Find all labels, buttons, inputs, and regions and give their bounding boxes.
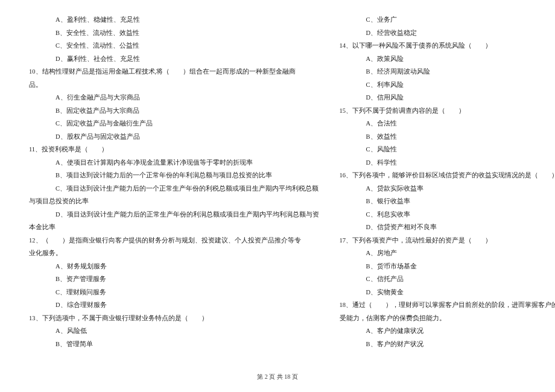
q10-stem-line1: 10、结构性理财产品是指运用金融工程技术,将（ ）组合在一起而形成的一种新型金融… (29, 65, 319, 78)
q14-option-a: A、政策风险 (340, 52, 555, 66)
right-column: C、业务广 D、经营收益稳定 14、以下哪一种风险不属于债券的系统风险（ ） A… (340, 13, 555, 363)
q13-stem: 13、下列选项中，不属于商业银行理财业务特点的是（ ） (29, 312, 319, 325)
q16-stem: 16、下列各项中，能够评价目标区域信贷资产的收益实现情况的是（ ） (340, 169, 555, 182)
q16-option-d: D、信贷资产相对不良率 (340, 221, 555, 234)
page-footer: 第 2 页 共 18 页 (0, 373, 555, 381)
q11-option-c-line2: 与项目总投资的比率 (29, 195, 319, 208)
q16-option-a: A、贷款实际收益率 (340, 182, 555, 195)
q10-stem-line2: 品。 (29, 78, 319, 92)
q18-stem-line2: 受能力，估测客户的保费负担能力。 (340, 312, 555, 325)
q12-stem-line2: 业化服务。 (29, 247, 319, 260)
q10-option-d: D、股权产品与固定收益产品 (29, 130, 319, 144)
q10-option-b: B、固定收益产品与大宗商品 (29, 104, 319, 118)
q17-option-c: C、信托产品 (340, 273, 555, 286)
q9-option-c: C、安全性、流动性、公益性 (29, 39, 319, 52)
left-column: A、盈利性、稳健性、充足性 B、安全性、流动性、效益性 C、安全性、流动性、公益… (29, 13, 319, 363)
q11-option-b: B、项目达到设计能力后的一个正常年份的年利润总额与项目总投资的比率 (29, 169, 319, 182)
q11-option-a: A、使项目在计算期内各年净现金流量累计净现值等于零时的折现率 (29, 156, 319, 169)
q13-option-c: C、业务广 (340, 13, 555, 27)
q10-option-c: C、固定收益产品与金融衍生产品 (29, 117, 319, 130)
page-content: A、盈利性、稳健性、充足性 B、安全性、流动性、效益性 C、安全性、流动性、公益… (29, 13, 526, 363)
q13-option-a: A、风险低 (29, 324, 319, 338)
q11-option-c-line1: C、项目达到设计生产能力后的一个正常生产年份的利税总额或项目生产期内平均利税总额 (29, 182, 319, 195)
q15-stem: 15、下列不属于贷前调查内容的是（ ） (340, 104, 555, 118)
q9-option-d: D、赢利性、社会性、充足性 (29, 52, 319, 66)
q16-option-c: C、利息实收率 (340, 208, 555, 221)
q15-option-b: B、效益性 (340, 130, 555, 144)
q17-option-d: D、实物黄金 (340, 286, 555, 299)
q10-option-a: A、衍生金融产品与大宗商品 (29, 91, 319, 104)
q16-option-b: B、银行收益率 (340, 195, 555, 208)
q15-option-c: C、风险性 (340, 143, 555, 156)
q11-stem: 11、投资利税率是（ ） (29, 143, 319, 156)
q18-option-b: B、客户的财产状况 (340, 338, 555, 351)
q18-option-a: A、客户的健康状况 (340, 324, 555, 338)
q13-option-d: D、经营收益稳定 (340, 27, 555, 40)
q14-option-b: B、经济周期波动风险 (340, 65, 555, 78)
q14-option-c: C、利率风险 (340, 78, 555, 92)
q13-option-b: B、管理简单 (29, 338, 319, 351)
q11-option-d-line2: 本金比率 (29, 221, 319, 234)
q17-option-a: A、房地产 (340, 247, 555, 260)
q15-option-a: A、合法性 (340, 117, 555, 130)
q9-option-b: B、安全性、流动性、效益性 (29, 27, 319, 40)
q11-option-d-line1: D、项目达到设计生产能力后的正常生产年份的利润总额或项目生产期内平均利润总额与资 (29, 208, 319, 221)
q12-option-d: D、综合理财服务 (29, 299, 319, 312)
q12-option-a: A、财务规划服务 (29, 260, 319, 273)
q17-stem: 17、下列各项资产中，流动性最好的资产是（ ） (340, 234, 555, 247)
q14-option-d: D、信用风险 (340, 91, 555, 104)
q14-stem: 14、以下哪一种风险不属于债券的系统风险（ ） (340, 39, 555, 52)
q12-stem-line1: 12、（ ）是指商业银行向客户提供的财务分析与规划、投资建议、个人投资产品推介等… (29, 234, 319, 247)
q9-option-a: A、盈利性、稳健性、充足性 (29, 13, 319, 27)
q12-option-c: C、理财顾问服务 (29, 286, 319, 299)
q15-option-d: D、科学性 (340, 156, 555, 169)
q17-option-b: B、货币市场基金 (340, 260, 555, 273)
q18-stem-line1: 18、通过（ ），理财师可以掌握客户目前所处的阶段，进而掌握客户的收入状况和风险… (340, 299, 555, 312)
q12-option-b: B、资产管理服务 (29, 273, 319, 286)
